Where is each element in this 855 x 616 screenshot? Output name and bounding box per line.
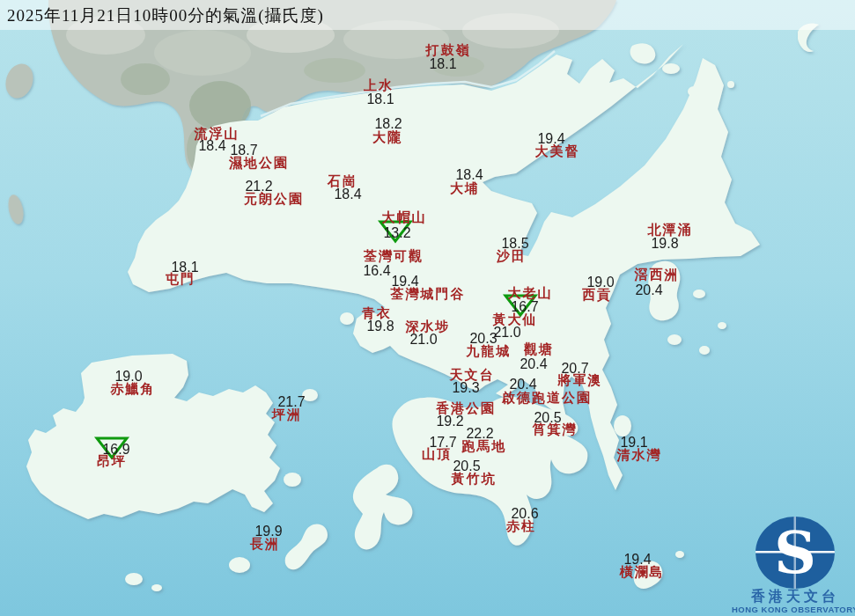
mirs-bay-islet (727, 81, 734, 88)
grass-island (688, 86, 700, 97)
hko-logo-monogram: S (774, 518, 816, 587)
jin-island (693, 290, 705, 298)
soko-island (125, 573, 143, 585)
shelter-island (667, 334, 682, 345)
hei-ling-chau-island (284, 473, 301, 487)
tung-lung-island (614, 415, 631, 436)
basalt-islet (718, 322, 726, 329)
ma-wan-island (340, 312, 354, 325)
shek-kwu-chau-island (229, 557, 250, 573)
hk-temperature-map: S 香港天文台 HONG KONG OBSERVATORY 打鼓嶺18.1上水1… (0, 0, 855, 616)
tap-mun-island (703, 106, 717, 119)
map-canvas: S 香港天文台 HONG KONG OBSERVATORY (0, 0, 855, 616)
map-title: 2025年11月21日10時00分的氣溫(攝氏度) (7, 4, 324, 27)
hko-logo-chinese-name: 香港天文台 (750, 588, 839, 604)
soko-islet (151, 584, 162, 591)
bluff-islet (699, 346, 710, 355)
crescent-island (662, 63, 680, 74)
hko-logo-english-name: HONG KONG OBSERVATORY (732, 605, 855, 614)
kau-sai-chau-island (648, 261, 680, 320)
waglan-islet (675, 551, 684, 558)
peng-chau-island (302, 389, 318, 401)
